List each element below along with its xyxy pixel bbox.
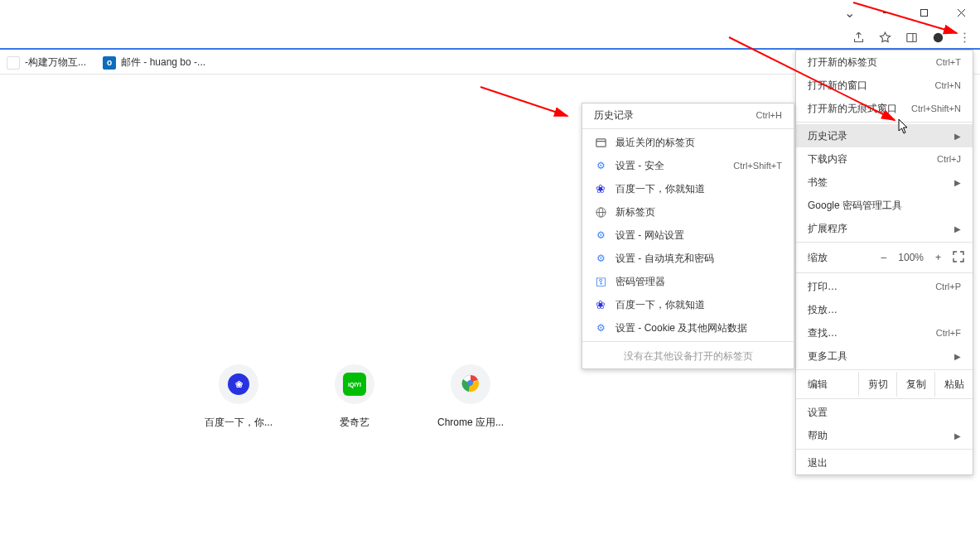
more-menu-icon[interactable] [952,26,977,49]
menu-separator [796,449,973,450]
shortcut-tile[interactable]: iQIYI 爱奇艺 [321,364,388,430]
shortcut-label: 百度一下，你... [205,416,273,430]
menu-exit[interactable]: 退出 [796,451,973,474]
menu-extensions[interactable]: 扩展程序▶ [796,217,973,240]
history-item[interactable]: ⚙ 设置 - 安全Ctrl+Shift+T [582,154,794,177]
tab-dropdown-icon[interactable]: ⌄ [831,0,868,25]
close-button[interactable] [943,0,980,25]
shortcut-tile[interactable]: ❀ 百度一下，你... [205,364,272,430]
minimize-button[interactable] [868,0,905,25]
chevron-right-icon: ▶ [954,224,961,233]
history-item[interactable]: ❀ 百度一下，你就知道 [582,293,794,316]
tab-icon [594,136,607,149]
edit-copy-button[interactable]: 复制 [896,372,934,397]
bookmark-item[interactable]: o 邮件 - huang bo -... [99,55,209,70]
ntp-shortcuts: ❀ 百度一下，你... iQIYI 爱奇艺 Chrome 应用... [205,364,504,430]
menu-help[interactable]: 帮助▶ [796,424,973,447]
gear-icon: ⚙ [594,159,607,172]
bookmark-item[interactable]: -构建万物互... [3,55,89,70]
menu-history[interactable]: 历史记录▶ [796,124,973,147]
menu-new-window[interactable]: 打开新的窗口Ctrl+N [796,74,973,97]
menu-separator [796,398,973,399]
baidu-icon: ❀ [594,298,607,311]
chevron-right-icon: ▶ [954,352,961,361]
shortcut-tile[interactable]: Chrome 应用... [437,364,504,430]
bookmark-label: 邮件 - huang bo -... [121,55,205,70]
zoom-in-button[interactable]: + [935,252,941,263]
menu-find[interactable]: 查找…Ctrl+F [796,321,973,344]
menu-new-tab[interactable]: 打开新的标签页Ctrl+T [796,51,973,74]
edit-cut-button[interactable]: 剪切 [858,372,896,397]
maximize-button[interactable] [905,0,943,25]
menu-separator [796,242,973,243]
favicon-icon [7,56,20,70]
submenu-recently-closed-label: 最近关闭的标签页 [582,131,794,154]
shortcut-label: 爱奇艺 [340,416,369,430]
bookmark-star-icon[interactable] [872,26,897,49]
outlook-icon: o [103,56,116,70]
history-item[interactable]: ⚙ 设置 - 网站设置 [582,224,794,247]
baidu-icon: ❀ [594,182,607,195]
gear-icon: ⚙ [594,252,607,265]
svg-rect-1 [921,9,928,16]
menu-downloads[interactable]: 下载内容Ctrl+J [796,147,973,171]
fullscreen-icon[interactable] [953,251,964,265]
history-item[interactable]: ❀ 百度一下，你就知道 [582,177,794,200]
submenu-history-header[interactable]: 历史记录Ctrl+H [582,104,794,127]
menu-more-tools[interactable]: 更多工具▶ [796,344,973,368]
bookmark-label: -构建万物互... [25,55,86,70]
zoom-value: 100% [898,252,924,263]
globe-icon [594,205,607,219]
shortcut-label: Chrome 应用... [437,416,504,430]
window-titlebar: ⌄ [0,0,980,25]
chevron-right-icon: ▶ [954,431,961,440]
baidu-icon: ❀ [228,373,249,395]
menu-separator [582,128,794,129]
svg-rect-12 [596,138,605,146]
history-item[interactable]: ⚿ 密码管理器 [582,270,794,293]
svg-point-6 [933,32,942,41]
menu-zoom: 缩放 – 100% + [796,244,973,271]
zoom-out-button[interactable]: – [881,252,887,263]
menu-separator [796,122,973,123]
menu-separator [582,341,794,342]
chevron-right-icon: ▶ [954,132,961,141]
edit-paste-button[interactable]: 粘贴 [934,372,973,397]
menu-cast[interactable]: 投放… [796,298,973,321]
menu-bookmarks[interactable]: 书签▶ [796,171,973,194]
toolbar-row [0,25,980,50]
svg-point-9 [963,41,965,42]
svg-point-8 [963,36,965,38]
history-item[interactable]: 新标签页 [582,200,794,224]
side-panel-icon[interactable] [899,26,924,49]
menu-settings[interactable]: 设置 [796,401,973,424]
key-icon: ⚿ [594,275,607,288]
chevron-right-icon: ▶ [954,178,961,187]
history-item[interactable]: ⚙ 设置 - 自动填充和密码 [582,247,794,270]
gear-icon: ⚙ [594,229,607,242]
history-submenu: 历史记录Ctrl+H 最近关闭的标签页 ⚙ 设置 - 安全Ctrl+Shift+… [582,103,794,369]
profile-icon[interactable] [925,26,950,49]
svg-line-19 [480,87,567,116]
menu-separator [796,369,973,370]
svg-point-7 [963,32,965,34]
menu-password-manager[interactable]: Google 密码管理工具 [796,194,973,217]
svg-rect-4 [906,33,915,41]
menu-edit-row: 编辑 剪切 复制 粘贴 [796,372,973,397]
menu-new-incognito[interactable]: 打开新的无痕式窗口Ctrl+Shift+N [796,97,973,120]
chrome-main-menu: 打开新的标签页Ctrl+T 打开新的窗口Ctrl+N 打开新的无痕式窗口Ctrl… [795,50,973,475]
submenu-no-other-devices: 没有在其他设备打开的标签页 [582,344,794,368]
mouse-cursor-icon [898,118,910,135]
share-icon[interactable] [846,26,871,49]
gear-icon: ⚙ [594,321,607,335]
history-item[interactable]: ⚙ 设置 - Cookie 及其他网站数据 [582,316,794,339]
iqiyi-icon: iQIYI [343,373,366,396]
menu-separator [796,272,973,273]
menu-print[interactable]: 打印…Ctrl+P [796,275,973,298]
chrome-icon [461,373,480,396]
